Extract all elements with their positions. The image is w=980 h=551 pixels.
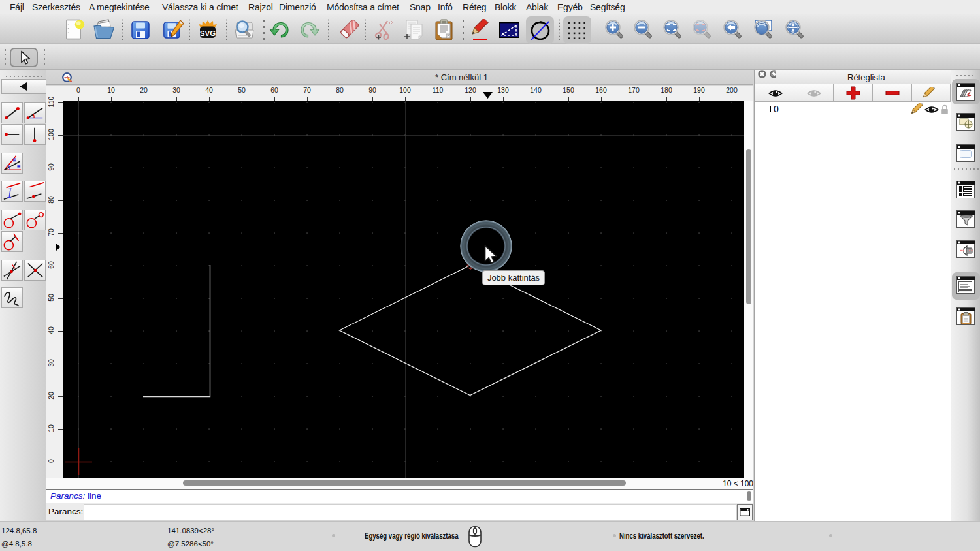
svg-text:SVG: SVG [200,29,216,37]
